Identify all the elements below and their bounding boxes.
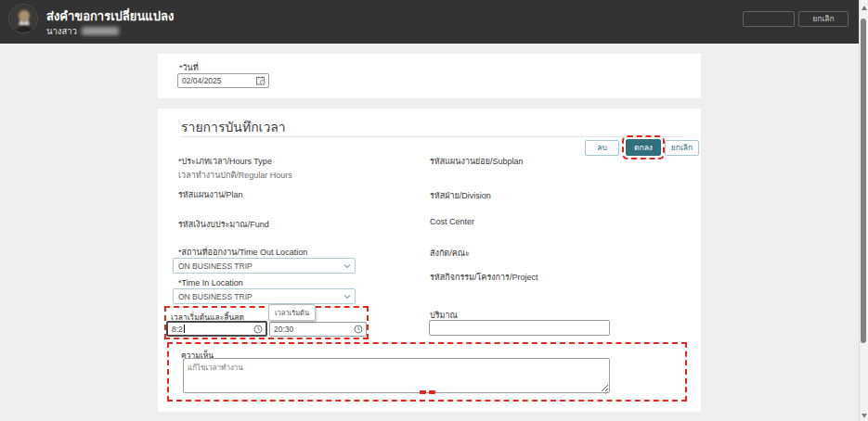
- user-title-prefix: นางสาว: [46, 24, 77, 38]
- time-start-tooltip: เวลาเริ่มต้น: [268, 304, 316, 321]
- time-start-input[interactable]: 8:2: [166, 321, 267, 337]
- hours-type-value: เวลาทำงานปกติ/Regular Hours: [178, 169, 292, 182]
- date-value: 02/04/2025: [182, 76, 222, 85]
- page-title: ส่งคำขอการเปลี่ยนแปลง: [46, 6, 174, 26]
- scrollbar-thumb[interactable]: [861, 19, 866, 343]
- time-out-location-value: ON BUSINESS TRIP: [178, 262, 253, 271]
- time-out-location-select[interactable]: ON BUSINESS TRIP: [173, 258, 356, 274]
- clock-icon[interactable]: [354, 325, 363, 334]
- user-name-redacted: [82, 27, 119, 35]
- cost-center-label: Cost Center: [430, 217, 474, 226]
- calendar-icon[interactable]: [256, 76, 266, 85]
- ok-button[interactable]: ตกลง: [626, 139, 661, 156]
- scroll-down-icon[interactable]: [862, 414, 867, 418]
- time-start-value: 8:2: [172, 325, 183, 334]
- time-end-value: 20:30: [274, 325, 293, 334]
- subplan-label: รหัสแผนงานย่อย/Subplan: [430, 155, 524, 168]
- user-avatar: [8, 4, 38, 33]
- time-out-location-label: *สถานที่ออกงาน/Time Out Location: [178, 246, 307, 259]
- date-label: *วันที่: [179, 61, 199, 74]
- vertical-scrollbar[interactable]: [859, 0, 868, 421]
- section-title: รายการบันทึกเวลา: [181, 117, 286, 137]
- hours-type-label: *ประเภทเวลา/Hours Type: [178, 155, 272, 168]
- chevron-down-icon: [343, 294, 351, 299]
- plan-label: รหัสแผนงาน/Plan: [178, 188, 243, 201]
- clock-icon[interactable]: [253, 325, 263, 334]
- affiliation-label: สังกัด/คณะ: [430, 247, 470, 260]
- page-header: ส่งคำขอการเปลี่ยนแปลง นางสาว ยกเลิก: [0, 0, 859, 44]
- section-divider: [181, 136, 682, 137]
- scroll-up-icon[interactable]: [862, 6, 867, 10]
- fund-label: รหัสเงินงบประมาณ/Fund: [178, 218, 269, 231]
- user-name-line: นางสาว: [46, 24, 119, 38]
- date-input[interactable]: 02/04/2025: [177, 73, 269, 88]
- text-cursor: [184, 325, 185, 333]
- time-in-location-label: *Time In Location: [178, 278, 243, 287]
- comment-textarea[interactable]: แก้ไขเวลาทำงาน: [183, 358, 610, 393]
- time-in-location-select[interactable]: ON BUSINESS TRIP: [173, 288, 356, 304]
- time-in-location-value: ON BUSINESS TRIP: [178, 292, 253, 301]
- header-primary-button[interactable]: [743, 11, 795, 27]
- person-photo-icon: [9, 5, 38, 33]
- chevron-down-icon: [343, 263, 351, 268]
- header-cancel-button[interactable]: ยกเลิก: [798, 11, 849, 27]
- division-label: รหัสฝ่าย/Division: [430, 189, 491, 202]
- annotation-dashes: [420, 390, 435, 394]
- time-end-input[interactable]: 20:30: [269, 322, 367, 337]
- delete-button[interactable]: ลบ: [585, 140, 619, 156]
- project-label: รหัสกิจกรรม/โครงการ/Project: [430, 271, 538, 284]
- cancel-button[interactable]: ยกเลิก: [665, 140, 699, 156]
- quantity-input[interactable]: [429, 320, 610, 336]
